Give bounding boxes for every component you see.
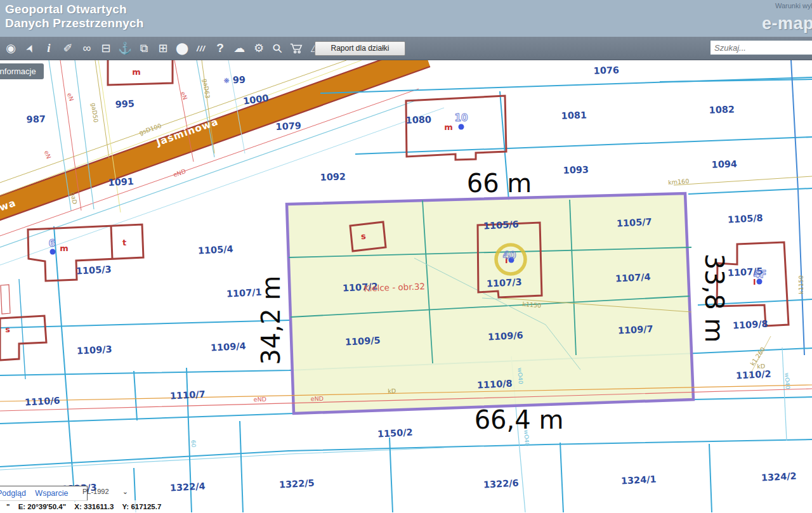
preview-link[interactable]: Podgląd <box>0 489 26 498</box>
measurement-label: 66 m <box>467 169 532 198</box>
parcel-label: 1322/5 <box>278 478 315 490</box>
parcel-label: 1109/8 <box>732 319 768 331</box>
parcel-label: 1107/4 <box>615 272 651 284</box>
parcel-label: 1324/1 <box>620 474 657 486</box>
print-icon[interactable]: ⊟ <box>96 37 115 60</box>
help-icon[interactable]: ? <box>211 37 230 60</box>
parcel-label: 1076 <box>593 65 619 75</box>
parcel-label: 1109/6 <box>487 330 523 342</box>
parcel-label: 1110/8 <box>476 379 513 391</box>
parcel-label: 1110/6 <box>24 396 60 408</box>
emapa-logo: e-mapa <box>762 14 812 34</box>
address-point <box>459 124 464 130</box>
app-title: Geoportal Otwartych Danych Przestrzennyc… <box>5 3 144 30</box>
info-panel-tab[interactable]: Informacje <box>0 63 44 79</box>
crs-label: PL-1992 <box>82 488 109 495</box>
parcel-label: 1079 <box>275 120 301 132</box>
parcel-label: 1109/7 <box>617 324 653 336</box>
app-title-line1: Geoportal Otwartych <box>5 3 144 16</box>
parcel-label: 1091 <box>108 176 134 188</box>
parcel-label: 1109/4 <box>210 341 246 353</box>
coord-x: X: 331611.3 <box>74 503 114 510</box>
link-icon[interactable]: ∞ <box>77 37 96 60</box>
parcel-report-button[interactable]: Raport dla działki <box>315 41 405 56</box>
parcel-label: 1093 <box>563 164 589 175</box>
parcel-label: 1109/5 <box>344 335 381 347</box>
parcel-label: 1081 <box>561 110 587 120</box>
building-letter-label: m <box>60 244 69 253</box>
parcel-label: 1107/3 <box>486 277 522 289</box>
layers-icon[interactable]: ⧉ <box>134 37 154 60</box>
coord-e: E: 20°39'50.4" <box>18 503 66 510</box>
address-point <box>50 249 56 255</box>
parcel-label: 1092 <box>320 171 346 182</box>
parcel-label: 1094 <box>711 159 737 169</box>
address-number-label: 10 <box>455 112 468 124</box>
measure-icon[interactable]: ✐ <box>58 37 77 60</box>
measurement-label: 34,2 m <box>256 276 285 365</box>
building-letter-label: m <box>132 67 141 77</box>
parcel-label: 1322/6 <box>483 478 519 490</box>
address-number-label: 40 <box>503 250 516 261</box>
terms-link[interactable]: Warunki wyk <box>775 2 812 10</box>
download-point-icon[interactable]: ⚓ <box>115 37 134 60</box>
status-links-box: Podgląd Wsparcie <box>0 486 88 501</box>
district-label: Kielce - obr.32 <box>363 281 425 293</box>
parcel-label: 1105/6 <box>483 219 519 231</box>
parcel-label: 987 <box>26 114 46 124</box>
support-link[interactable]: Wsparcie <box>35 489 68 498</box>
search-input[interactable] <box>710 40 812 55</box>
layout-panels-icon[interactable]: ⊞ <box>154 37 173 60</box>
parcel-label: 1150/2 <box>377 427 413 439</box>
building-letter-label: s <box>360 231 366 242</box>
parcel-label: 1082 <box>709 104 735 115</box>
crs-selector[interactable]: PL-1992 ⌄ <box>82 488 128 496</box>
star-marker-icon: ❋ <box>223 77 229 85</box>
parcel-label: 995 <box>115 98 134 110</box>
coord-fragment: " <box>6 503 10 510</box>
comment-icon[interactable]: ⬤ <box>173 37 192 60</box>
building-letter-label: m <box>444 122 453 132</box>
building-letter-label: s <box>5 325 10 334</box>
utility-label: wO40 <box>783 373 790 390</box>
measurement-label: 66,4 m <box>475 405 564 434</box>
parcel-label: 1105/3 <box>75 264 112 276</box>
parcel-label: 1324/2 <box>761 471 797 483</box>
measurement-label: 33,8 m <box>700 254 729 343</box>
app-title-line2: Danych Przestrzennych <box>5 16 144 30</box>
parcel-label: 1322/4 <box>169 481 206 493</box>
building-letter-label: t <box>122 238 126 247</box>
coordinates-readout: " E: 20°39'50.4" X: 331611.3 Y: 617125.7 <box>0 500 159 513</box>
parcel-label: 1105/7 <box>616 217 652 229</box>
coord-y: Y: 617125.7 <box>122 503 162 510</box>
utility-label: kD <box>388 387 396 395</box>
parcel-label: 1080 <box>405 114 431 125</box>
status-bar: Podgląd Wsparcie PL-1992 ⌄ " E: 20°39'50… <box>0 485 159 513</box>
parcel-label: 99 <box>232 75 246 86</box>
utility-label: k1150 <box>797 275 804 294</box>
utility-label: wO40 <box>516 368 523 385</box>
address-number-label: 4F <box>754 269 767 280</box>
hatch-lines-icon[interactable]: /// <box>192 37 211 60</box>
toolbar: ◉➤i✐∞⊟⚓⧉⊞⬤///?☁⚙⚲⚠ Raport dla działki <box>0 37 812 60</box>
parcel-label: 1110/2 <box>735 369 771 381</box>
utility-label: 60 <box>190 440 197 448</box>
utility-label: km160 <box>668 178 690 186</box>
parcel-label: 1109/3 <box>76 344 112 356</box>
parcel-label: 1105/4 <box>197 244 233 256</box>
parcel-label: 1110/7 <box>169 389 206 401</box>
utility-label: kD <box>757 363 765 370</box>
cloud-download-icon[interactable]: ☁ <box>230 37 249 60</box>
geoportal-app: 9879951000991076107910801081108210911092… <box>0 0 812 513</box>
app-header: Geoportal Otwartych Danych Przestrzennyc… <box>0 0 812 37</box>
parcel-label: 1105/8 <box>727 213 763 225</box>
utility-label: eND <box>311 395 324 403</box>
map-canvas[interactable]: 9879951000991076107910801081108210911092… <box>0 0 812 513</box>
address-number-label: 6 <box>49 238 55 249</box>
chevron-down-icon: ⌄ <box>122 488 128 495</box>
toolbar-icons: ◉➤i✐∞⊟⚓⧉⊞⬤///?☁⚙⚲⚠ <box>1 37 325 60</box>
utility-label: eND <box>254 396 267 403</box>
